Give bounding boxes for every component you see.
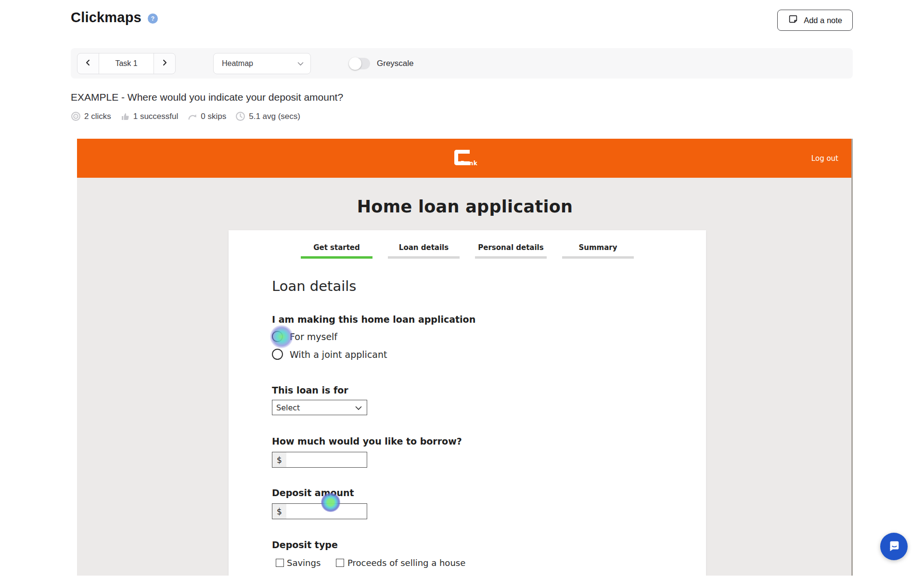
- checkbox-savings-label: Savings: [287, 558, 321, 568]
- thumbs-up-icon: [120, 112, 130, 121]
- tab-personal-details[interactable]: Personal details: [475, 243, 547, 259]
- radio-joint-applicant[interactable]: [272, 349, 283, 360]
- tab-indicator: [562, 256, 634, 259]
- toolbar: Task 1 Heatmap Greyscale: [71, 48, 853, 79]
- chat-bubble-icon: [887, 539, 901, 555]
- chevron-down-icon: [355, 403, 362, 412]
- loan-purpose-label: This loan is for: [272, 385, 676, 395]
- task-switcher: Task 1: [77, 53, 176, 74]
- checkbox-proceeds-label: Proceeds of selling a house: [347, 558, 465, 568]
- currency-prefix: $: [272, 452, 286, 467]
- tab-loan-details[interactable]: Loan details: [388, 243, 460, 259]
- tab-indicator: [388, 256, 460, 259]
- checkbox-proceeds[interactable]: [336, 559, 344, 567]
- current-task-label: Task 1: [99, 53, 154, 74]
- view-mode-value: Heatmap: [222, 59, 253, 68]
- bank-logo: Bank: [454, 150, 475, 167]
- question-block: EXAMPLE - Where would you indicate your …: [71, 92, 924, 121]
- deposit-input-value: [286, 504, 367, 519]
- next-task-button[interactable]: [154, 53, 175, 74]
- chevron-down-icon: [297, 59, 304, 68]
- add-note-label: Add a note: [804, 16, 842, 25]
- help-icon[interactable]: ?: [148, 13, 158, 24]
- bank-logo-text: Bank: [461, 160, 477, 167]
- borrow-input[interactable]: $: [272, 452, 367, 468]
- note-icon: [788, 14, 798, 26]
- loan-purpose-value: Select: [276, 403, 300, 412]
- form-steps: Get started Loan details Personal detail…: [301, 243, 634, 259]
- deposit-type-label: Deposit type: [272, 539, 676, 550]
- chat-launcher-button[interactable]: [880, 533, 908, 560]
- deposit-input[interactable]: $: [272, 503, 367, 519]
- skips-stat: 0 skips: [187, 111, 226, 121]
- radio-for-myself-label: For myself: [290, 331, 337, 342]
- tab-indicator: [475, 256, 547, 259]
- bank-body: Home loan application Get started Loan d…: [77, 178, 853, 576]
- borrow-label: How much would you like to borrow?: [272, 436, 676, 447]
- deposit-label: Deposit amount: [272, 487, 676, 498]
- page-header: Clickmaps ? Add a note: [0, 0, 924, 39]
- chevron-right-icon: [161, 59, 168, 67]
- clickmap-screenshot: Bank Log out Home loan application Get s…: [77, 139, 853, 576]
- add-note-button[interactable]: Add a note: [777, 10, 853, 31]
- successful-stat: 1 successful: [120, 112, 179, 121]
- question-title: EXAMPLE - Where would you indicate your …: [71, 92, 924, 103]
- section-title: Loan details: [272, 278, 676, 294]
- loan-purpose-select[interactable]: Select: [272, 400, 367, 415]
- bank-header: Bank Log out: [77, 139, 853, 178]
- chevron-left-icon: [85, 59, 91, 67]
- greyscale-label: Greyscale: [377, 59, 414, 68]
- currency-prefix: $: [272, 504, 286, 519]
- avg-time-stat-label: 5.1 avg (secs): [249, 112, 300, 121]
- greyscale-toggle[interactable]: [350, 58, 370, 69]
- bank-page-title: Home loan application: [77, 178, 853, 216]
- view-mode-select[interactable]: Heatmap: [213, 53, 311, 74]
- loan-form-card: Get started Loan details Personal detail…: [229, 230, 706, 576]
- avg-time-stat: 5.1 avg (secs): [235, 111, 300, 121]
- borrow-input-value: [286, 452, 367, 467]
- clock-icon: [235, 111, 245, 121]
- successful-stat-label: 1 successful: [133, 112, 179, 121]
- tab-indicator-active: [301, 256, 372, 259]
- applicant-group-label: I am making this home loan application: [272, 314, 676, 325]
- clicks-stat-label: 2 clicks: [84, 112, 111, 121]
- page-title: Clickmaps: [71, 10, 141, 26]
- skips-stat-label: 0 skips: [201, 112, 226, 121]
- radio-row-myself: For myself: [272, 330, 676, 342]
- clicks-stat: 2 clicks: [71, 111, 111, 121]
- logout-link[interactable]: Log out: [811, 154, 838, 163]
- radio-for-myself[interactable]: [272, 331, 283, 342]
- previous-task-button[interactable]: [77, 53, 99, 74]
- tab-get-started[interactable]: Get started: [301, 243, 372, 259]
- target-icon: [71, 111, 81, 121]
- tab-summary[interactable]: Summary: [562, 243, 634, 259]
- deposit-type-options: Savings Proceeds of selling a house Gift…: [272, 557, 676, 576]
- radio-row-joint: With a joint applicant: [272, 348, 676, 360]
- scrollbar[interactable]: [851, 139, 853, 576]
- stats-row: 2 clicks 1 successful 0 skips: [71, 111, 924, 121]
- radio-joint-applicant-label: With a joint applicant: [290, 349, 387, 360]
- skip-icon: [187, 111, 197, 121]
- checkbox-savings[interactable]: [276, 559, 284, 567]
- toggle-knob: [349, 57, 361, 70]
